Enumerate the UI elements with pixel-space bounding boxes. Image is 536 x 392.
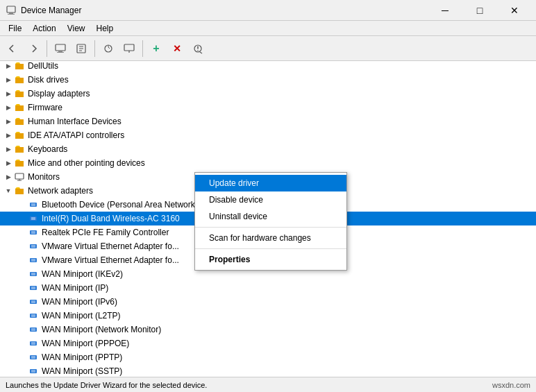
- device-label: WAN Miniport (IP): [42, 283, 108, 293]
- expand-icon[interactable]: [17, 282, 28, 293]
- expand-icon[interactable]: ▶: [3, 88, 14, 99]
- svg-rect-44: [30, 314, 37, 318]
- tree-item[interactable]: ▶Disk drives: [0, 73, 536, 87]
- tree-item[interactable]: ▶DellUtils: [0, 61, 536, 73]
- tree-item[interactable]: WAN Miniport (PPPOE): [0, 336, 536, 350]
- context-menu-item-4[interactable]: Properties: [195, 251, 346, 268]
- forward-button[interactable]: [24, 39, 43, 58]
- toolbar: + ✕: [0, 36, 536, 61]
- back-button[interactable]: [3, 39, 22, 58]
- device-icon: [28, 241, 39, 252]
- tree-item[interactable]: ▶Human Interface Devices: [0, 114, 536, 128]
- menu-view[interactable]: View: [62, 22, 91, 35]
- svg-rect-1: [9, 12, 13, 14]
- svg-rect-23: [30, 216, 37, 221]
- expand-icon[interactable]: [17, 255, 28, 266]
- expand-icon[interactable]: [17, 352, 28, 363]
- context-menu-item-2[interactable]: Uninstall device: [195, 208, 346, 225]
- menu-help[interactable]: Help: [91, 22, 119, 35]
- tree-item[interactable]: ▶Firmware: [0, 101, 536, 114]
- device-label: Firmware: [28, 103, 62, 112]
- svg-rect-4: [58, 51, 62, 52]
- show-hidden-button[interactable]: [119, 39, 139, 58]
- svg-rect-53: [30, 355, 37, 359]
- expand-icon[interactable]: ▶: [3, 130, 14, 141]
- expand-icon[interactable]: [17, 269, 28, 280]
- expand-icon[interactable]: [17, 241, 28, 252]
- title-bar: Device Manager ─ □ ✕: [0, 0, 536, 21]
- scan-button[interactable]: [188, 39, 208, 58]
- svg-rect-20: [30, 203, 37, 207]
- tree-item[interactable]: ▶Display adapters: [0, 87, 536, 101]
- device-icon: [14, 144, 25, 155]
- device-icon: [14, 130, 25, 141]
- window-title: Device Manager: [21, 6, 429, 15]
- device-icon: [14, 116, 25, 127]
- toolbar-sep-1: [47, 40, 47, 57]
- expand-icon[interactable]: [17, 324, 28, 335]
- tree-item[interactable]: WAN Miniport (PPTP): [0, 350, 536, 364]
- tree-item[interactable]: WAN Miniport (Network Monitor): [0, 323, 536, 336]
- computer-button[interactable]: [51, 39, 70, 58]
- menu-file[interactable]: File: [3, 22, 27, 35]
- expand-icon[interactable]: [17, 366, 28, 377]
- svg-rect-5: [57, 52, 64, 53]
- device-icon: [28, 310, 39, 321]
- device-label: Disk drives: [28, 75, 69, 85]
- svg-rect-3: [56, 44, 65, 51]
- menu-bar: File Action View Help: [0, 21, 536, 36]
- device-icon: [28, 227, 39, 238]
- device-label: VMware Virtual Ethernet Adapter fo...: [42, 255, 179, 265]
- context-menu-separator: [195, 227, 346, 228]
- expand-icon[interactable]: [17, 199, 28, 210]
- device-label: Display adapters: [28, 89, 90, 99]
- svg-rect-35: [30, 272, 37, 276]
- menu-action[interactable]: Action: [27, 22, 61, 35]
- window-controls: ─ □ ✕: [429, 0, 530, 21]
- tree-item[interactable]: WAN Miniport (IP): [0, 281, 536, 295]
- device-icon: [14, 157, 25, 169]
- close-button[interactable]: ✕: [499, 0, 530, 21]
- expand-icon[interactable]: ▶: [3, 61, 14, 71]
- app-icon: [6, 5, 17, 16]
- add-button[interactable]: +: [146, 39, 166, 58]
- device-icon: [28, 352, 39, 363]
- expand-icon[interactable]: [17, 213, 28, 224]
- context-menu-item-0[interactable]: Update driver: [195, 175, 346, 191]
- device-icon: [14, 61, 25, 71]
- context-menu: Update driverDisable deviceUninstall dev…: [194, 172, 347, 271]
- tree-item[interactable]: WAN Miniport (SSTP): [0, 364, 536, 377]
- expand-icon[interactable]: ▼: [3, 185, 14, 196]
- toolbar-sep-3: [142, 40, 143, 57]
- expand-icon[interactable]: ▶: [3, 116, 14, 127]
- update-button[interactable]: [99, 39, 118, 58]
- minimize-button[interactable]: ─: [429, 0, 461, 21]
- device-icon: [28, 282, 39, 293]
- context-menu-item-3[interactable]: Scan for hardware changes: [195, 230, 346, 246]
- expand-icon[interactable]: [17, 296, 28, 307]
- svg-rect-41: [30, 300, 37, 304]
- tree-item[interactable]: ▶IDE ATA/ATAPI controllers: [0, 128, 536, 142]
- device-label: WAN Miniport (L2TP): [42, 311, 121, 321]
- status-text: Launches the Update Driver Wizard for th…: [6, 381, 492, 389]
- expand-icon[interactable]: ▶: [3, 157, 14, 169]
- tree-item[interactable]: WAN Miniport (L2TP): [0, 309, 536, 323]
- expand-icon[interactable]: ▶: [3, 171, 14, 182]
- device-label: IDE ATA/ATAPI controllers: [28, 130, 124, 140]
- expand-icon[interactable]: ▶: [3, 144, 14, 155]
- tree-item[interactable]: ▶Keyboards: [0, 142, 536, 156]
- tree-item[interactable]: ▶Mice and other pointing devices: [0, 156, 536, 170]
- maximize-button[interactable]: □: [464, 0, 496, 21]
- uninstall-button[interactable]: ✕: [167, 39, 187, 58]
- properties-button[interactable]: [72, 39, 91, 58]
- status-bar: Launches the Update Driver Wizard for th…: [0, 377, 536, 392]
- expand-icon[interactable]: ▶: [3, 74, 14, 85]
- svg-rect-26: [30, 230, 37, 235]
- device-icon: [28, 213, 39, 224]
- expand-icon[interactable]: ▶: [3, 102, 14, 113]
- context-menu-item-1[interactable]: Disable device: [195, 191, 346, 208]
- expand-icon[interactable]: [17, 338, 28, 349]
- expand-icon[interactable]: [17, 227, 28, 238]
- expand-icon[interactable]: [17, 310, 28, 321]
- tree-item[interactable]: WAN Miniport (IPv6): [0, 295, 536, 309]
